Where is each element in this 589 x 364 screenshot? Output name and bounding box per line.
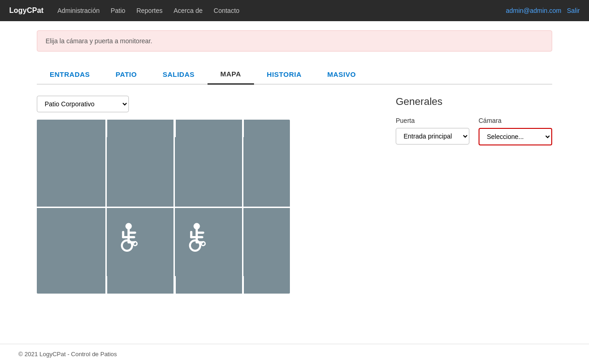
stop-line-bot-3	[243, 276, 244, 294]
parking-map	[37, 120, 290, 294]
navbar: LogyCPat Administración Patio Reportes A…	[0, 0, 589, 21]
alert-message: Elija la cámara y puerta a monitorear.	[46, 37, 152, 45]
patio-dropdown[interactable]: Patio Corporativo	[37, 96, 129, 112]
map-grid	[37, 120, 290, 294]
footer: © 2021 LogyCPat - Control de Patios	[0, 344, 589, 364]
tab-patio[interactable]: PATIO	[103, 64, 150, 84]
stop-line-top-1	[106, 120, 107, 137]
stop-line-bot-2	[174, 276, 176, 294]
footer-text: © 2021 LogyCPat - Control de Patios	[18, 351, 117, 358]
generales-title: Generales	[396, 96, 552, 108]
horizontal-line	[37, 207, 290, 208]
nav-right: admin@admin.com Salir	[506, 7, 580, 14]
wheelchair-icon-1	[111, 220, 143, 253]
nav-reportes[interactable]: Reportes	[136, 7, 162, 14]
svg-point-16	[190, 240, 200, 250]
tab-masivo[interactable]: MASIVO	[314, 64, 369, 84]
tab-mapa[interactable]: MAPA	[208, 64, 254, 85]
stop-line-top-2	[174, 120, 176, 137]
main-content: Elija la cámara y puerta a monitorear. E…	[18, 21, 571, 303]
camara-dropdown[interactable]: Seleccione...	[479, 128, 552, 145]
puerta-dropdown[interactable]: Entrada principal	[396, 128, 469, 144]
nav-links: Administración Patio Reportes Acerca de …	[58, 7, 506, 14]
svg-point-17	[201, 242, 205, 245]
puerta-label: Puerta	[396, 117, 469, 124]
right-column: Generales Puerta Entrada principal Cámar…	[396, 96, 552, 294]
alert-banner: Elija la cámara y puerta a monitorear.	[37, 30, 552, 52]
svg-point-7	[121, 240, 132, 250]
tab-historia[interactable]: HISTORIA	[254, 64, 314, 84]
tab-entradas[interactable]: ENTRADAS	[37, 64, 103, 84]
brand-logo: LogyCPat	[9, 6, 44, 15]
left-column: Patio Corporativo	[37, 96, 368, 294]
patio-select-wrapper: Patio Corporativo	[37, 96, 368, 112]
main-layout: Patio Corporativo	[37, 96, 552, 294]
user-email: admin@admin.com	[506, 7, 561, 14]
camara-label: Cámara	[479, 117, 552, 124]
nav-contacto[interactable]: Contacto	[214, 7, 239, 14]
nav-administracion[interactable]: Administración	[58, 7, 100, 14]
tab-salidas[interactable]: SALIDAS	[150, 64, 207, 84]
nav-acerca[interactable]: Acerca de	[173, 7, 202, 14]
tabs-bar: ENTRADAS PATIO SALIDAS MAPA HISTORIA MAS…	[37, 64, 552, 85]
stop-line-bot-1	[106, 276, 107, 294]
generales-form: Puerta Entrada principal Cámara Seleccio…	[396, 117, 552, 145]
stop-line-top-3	[243, 120, 244, 137]
wheelchair-icon-2	[179, 220, 211, 253]
nav-patio[interactable]: Patio	[111, 7, 126, 14]
puerta-group: Puerta Entrada principal	[396, 117, 469, 145]
logout-link[interactable]: Salir	[567, 7, 580, 14]
camara-group: Cámara Seleccione...	[479, 117, 552, 145]
svg-point-8	[133, 242, 137, 245]
